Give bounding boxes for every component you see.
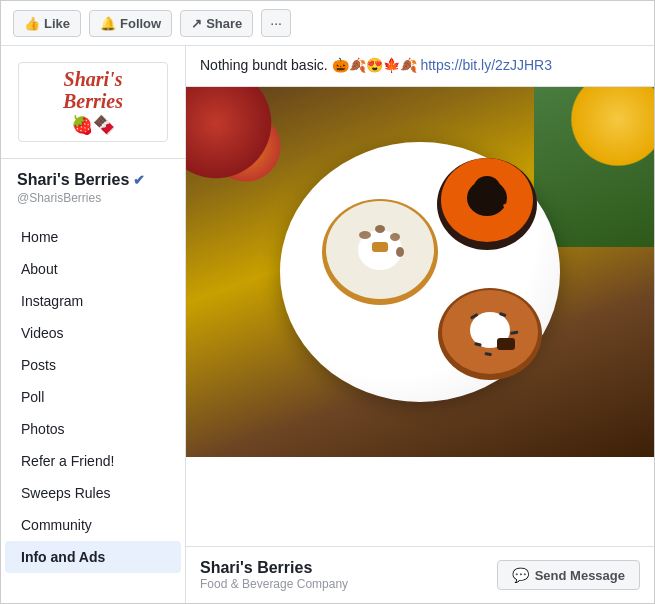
footer-page-info: Shari's Berries Food & Beverage Company bbox=[200, 559, 348, 591]
more-button[interactable]: ··· bbox=[261, 9, 291, 37]
sidebar-item-videos[interactable]: Videos bbox=[5, 317, 181, 349]
sidebar-item-photos[interactable]: Photos bbox=[5, 413, 181, 445]
sidebar-item-refer[interactable]: Refer a Friend! bbox=[5, 445, 181, 477]
action-bar: 👍 Like 🔔 Follow ↗ Share ··· bbox=[1, 1, 654, 46]
sunflower-deco bbox=[534, 87, 654, 247]
share-button[interactable]: ↗ Share bbox=[180, 10, 253, 37]
send-message-button[interactable]: 💬 Send Message bbox=[497, 560, 640, 590]
message-icon: 💬 bbox=[512, 567, 529, 583]
svg-point-3 bbox=[359, 231, 371, 239]
post-caption: Nothing bundt basic. 🎃🍂😍🍁🍂 https://bit.l… bbox=[186, 46, 654, 87]
footer-page-name: Shari's Berries bbox=[200, 559, 348, 577]
donut-white-glazed bbox=[320, 197, 440, 307]
sidebar-item-sweeps[interactable]: Sweeps Rules bbox=[5, 477, 181, 509]
facebook-page: 👍 Like 🔔 Follow ↗ Share ··· Shari's Berr… bbox=[0, 0, 655, 604]
send-message-label: Send Message bbox=[535, 568, 625, 583]
sidebar: Shari's Berries 🍓🍫 Shari's Berries ✔ @Sh… bbox=[1, 46, 186, 603]
follow-label: Follow bbox=[120, 16, 161, 31]
sidebar-item-instagram[interactable]: Instagram bbox=[5, 285, 181, 317]
main-content: Shari's Berries 🍓🍫 Shari's Berries ✔ @Sh… bbox=[1, 46, 654, 603]
svg-point-5 bbox=[390, 233, 400, 241]
sidebar-item-about[interactable]: About bbox=[5, 253, 181, 285]
right-content: Nothing bundt basic. 🎃🍂😍🍁🍂 https://bit.l… bbox=[186, 46, 654, 603]
follow-button[interactable]: 🔔 Follow bbox=[89, 10, 172, 37]
nav-list: Home About Instagram Videos Posts Poll P… bbox=[1, 213, 185, 603]
donut-chocolate-sprinkles bbox=[435, 282, 545, 382]
svg-rect-21 bbox=[497, 338, 515, 350]
like-icon: 👍 bbox=[24, 16, 40, 31]
more-label: ··· bbox=[270, 15, 282, 31]
verified-badge: ✔ bbox=[133, 172, 145, 188]
image-scene bbox=[186, 87, 654, 457]
page-footer: Shari's Berries Food & Beverage Company … bbox=[186, 546, 654, 603]
caption-text: Nothing bundt basic. 🎃🍂😍🍁🍂 bbox=[200, 57, 417, 73]
like-button[interactable]: 👍 Like bbox=[13, 10, 81, 37]
donut-halloween-bundt bbox=[435, 152, 540, 252]
follow-icon: 🔔 bbox=[100, 16, 116, 31]
sidebar-item-home[interactable]: Home bbox=[5, 221, 181, 253]
svg-point-11 bbox=[473, 176, 501, 204]
page-handle: @SharisBerries bbox=[17, 191, 169, 205]
sidebar-item-info-ads[interactable]: Info and Ads bbox=[5, 541, 181, 573]
page-logo: Shari's Berries 🍓🍫 bbox=[18, 62, 168, 142]
sidebar-item-community[interactable]: Community bbox=[5, 509, 181, 541]
page-name: Shari's Berries ✔ bbox=[17, 171, 169, 189]
page-info-section: Shari's Berries ✔ @SharisBerries bbox=[1, 159, 185, 213]
svg-point-6 bbox=[396, 247, 404, 257]
svg-point-4 bbox=[375, 225, 385, 233]
page-logo-section: Shari's Berries 🍓🍫 bbox=[1, 46, 185, 159]
share-label: Share bbox=[206, 16, 242, 31]
like-label: Like bbox=[44, 16, 70, 31]
plate bbox=[280, 142, 560, 402]
svg-rect-7 bbox=[372, 242, 388, 252]
post-image bbox=[186, 87, 654, 457]
share-icon: ↗ bbox=[191, 16, 202, 31]
sidebar-item-posts[interactable]: Posts bbox=[5, 349, 181, 381]
footer-page-category: Food & Beverage Company bbox=[200, 577, 348, 591]
sidebar-item-poll[interactable]: Poll bbox=[5, 381, 181, 413]
apple-deco bbox=[186, 87, 286, 207]
caption-link[interactable]: https://bit.ly/2zJJHR3 bbox=[420, 57, 552, 73]
post-area: Nothing bundt basic. 🎃🍂😍🍁🍂 https://bit.l… bbox=[186, 46, 654, 546]
